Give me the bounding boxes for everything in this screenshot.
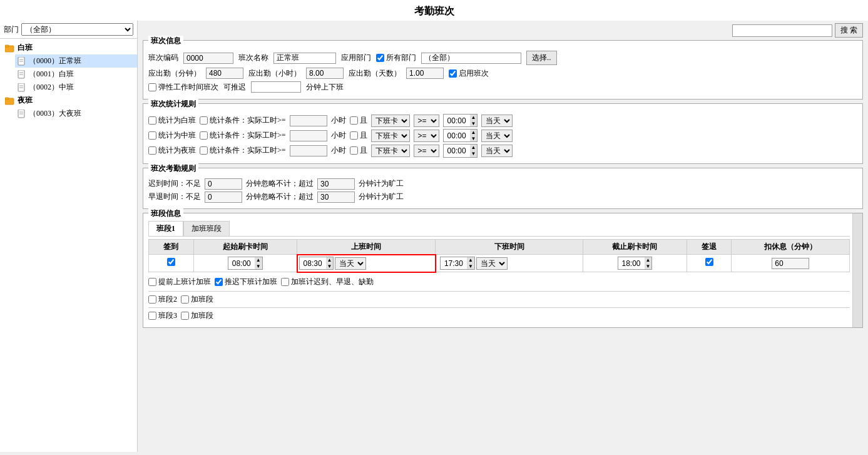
time-up[interactable]: ▲ [255,257,262,263]
time-up-btn[interactable]: ▲ [470,115,477,121]
col-work-end: 下班时间 [436,239,583,255]
tree-group-night-header[interactable]: 夜班 [3,94,137,107]
tree-group-day-header[interactable]: 白班 [3,41,137,54]
svg-rect-2 [18,57,24,65]
time-down[interactable]: ▼ [645,263,652,270]
att-row2-val2[interactable] [317,192,355,203]
delay-input[interactable] [251,81,301,93]
stats-row1-time[interactable]: ▲ ▼ [443,114,478,127]
stats-row1-time-input[interactable] [444,116,470,126]
rest-input[interactable] [772,258,809,269]
tab-band-overtime[interactable]: 加班班段 [183,221,230,236]
tree-item-0002[interactable]: （0002）中班 [15,81,137,94]
stats-row1-sel3[interactable]: 当天 [481,115,513,127]
search-button[interactable]: 搜 索 [835,23,863,38]
stats-row2-val[interactable] [290,130,327,141]
stats-row3-sel3[interactable]: 当天 [481,145,513,157]
stats-row1-val[interactable] [290,115,327,126]
time-down-btn[interactable]: ▼ [470,121,477,127]
dept-label: 部门 [4,24,19,35]
signout-check[interactable] [705,258,713,266]
stats-row1-sel2[interactable]: >= [414,115,439,127]
stats-row2-time[interactable]: ▲ ▼ [443,129,478,142]
att-row1-val2[interactable] [317,178,355,190]
work-end-input[interactable] [441,258,467,268]
time-down-btn[interactable]: ▼ [470,136,477,142]
stats-rules-title: 班次统计规则 [148,99,198,110]
att-row2-val1[interactable] [205,192,242,203]
svg-rect-12 [5,98,9,100]
end-swipe-input[interactable] [618,258,645,268]
start-swipe-spin[interactable]: ▲ ▼ [228,257,263,270]
stats-row-3: 统计为夜班 统计条件：实际工时>= 小时 且 下班卡 >= ▲ ▼ 当天 [148,144,857,157]
tree-item-label-0003: （0003）大夜班 [29,108,81,119]
time-up[interactable]: ▲ [326,257,334,263]
tree-items-night: （0003）大夜班 [15,107,137,120]
tree-group-night-label: 夜班 [18,95,33,106]
work-start-day-select[interactable]: 当天 [335,257,366,270]
band2-row: 班段2 加班段 [148,291,850,305]
tab-band1[interactable]: 班段1 [148,221,183,236]
stats-row3-sel2[interactable]: >= [414,145,439,157]
stats-rules-section: 班次统计规则 统计为白班 统计条件：实际工时>= 小时 且 下班卡 >= ▲ [143,103,863,164]
end-swipe-spin[interactable]: ▲ ▼ [618,257,653,270]
dept-label: 应用部门 [341,53,371,63]
all-dept-check[interactable]: 所有部门 [376,53,416,63]
attend-hour-input[interactable] [306,68,344,79]
time-down[interactable]: ▼ [255,263,262,270]
col-rest: 扣休息（分钟） [732,239,850,255]
attend-day-input[interactable] [406,68,444,79]
signin-check[interactable] [167,258,175,266]
band-tabs: 班段1 加班班段 [148,221,850,237]
att-row1-val1[interactable] [205,178,242,190]
band-info-section: 班段信息 班段1 加班班段 签到 起始刷卡时间 上班时间 下班时间 截止刷卡时间… [143,213,863,328]
tree-item-0001[interactable]: （0001）白班 [15,68,137,81]
work-start-input[interactable] [300,258,326,268]
shift-name-input[interactable] [273,53,336,64]
shift-info-row1: 班次编码 班次名称 应用部门 所有部门 选择.. [148,51,857,65]
stats-row2-sel1[interactable]: 下班卡 [371,130,410,142]
tree-item-0003[interactable]: （0003）大夜班 [15,107,137,120]
tree-group-night: 夜班 （0003）大夜班 [3,94,137,120]
select-dept-button[interactable]: 选择.. [526,51,557,65]
time-up-btn[interactable]: ▲ [470,130,477,136]
shift-info-row3: 弹性工作时间班次 可推迟 分钟上下班 [148,81,857,93]
code-label: 班次编码 [148,53,178,63]
attend-hour-label: 应出勤（小时） [248,68,301,79]
work-end-spin[interactable]: ▲ ▼ [440,257,475,270]
stats-row3-val[interactable] [290,145,327,156]
stats-row2-time-input[interactable] [444,131,470,141]
work-end-day-select[interactable]: 当天 [476,257,508,270]
start-swipe-input[interactable] [228,258,255,268]
col-signin: 签到 [149,239,194,255]
att-row-1: 迟到时间：不足 分钟忽略不计；超过 分钟计为旷工 [148,178,857,190]
time-down-btn[interactable]: ▼ [470,151,477,157]
time-down[interactable]: ▼ [467,263,474,270]
shift-code-input[interactable] [183,53,233,64]
col-start-swipe: 起始刷卡时间 [193,239,297,255]
stats-row2-sel3[interactable]: 当天 [481,130,513,142]
band3-row: 班段3 加班段 [148,307,850,321]
enable-shift-check[interactable]: 启用班次 [449,68,489,79]
search-input[interactable] [732,24,832,37]
stats-row1-sel1[interactable]: 下班卡 [371,115,410,127]
attend-min-input[interactable] [206,68,243,79]
col-end-swipe: 截止刷卡时间 [583,239,687,255]
flexible-check[interactable]: 弹性工作时间班次 [148,82,218,93]
stats-row3-time-input[interactable] [444,146,470,156]
stats-row-1: 统计为白班 统计条件：实际工时>= 小时 且 下班卡 >= ▲ ▼ 当天 [148,114,857,127]
stats-row3-sel1[interactable]: 下班卡 [371,145,410,157]
content-area: 搜 索 班次信息 班次编码 班次名称 应用部门 所有部门 选择.. 应出勤（分钟… [138,21,868,452]
tree-item-label-0000: （0000）正常班 [29,56,81,66]
time-up[interactable]: ▲ [467,257,474,263]
time-up[interactable]: ▲ [645,257,652,263]
dept-value-input[interactable] [421,53,521,64]
time-up-btn[interactable]: ▲ [470,145,477,151]
scrollbar[interactable] [852,213,862,327]
tree-item-0000[interactable]: （0000）正常班 [15,54,137,68]
stats-row3-time[interactable]: ▲ ▼ [443,144,478,157]
stats-row2-sel2[interactable]: >= [414,130,439,142]
dept-select[interactable]: （全部） [21,23,133,36]
work-start-spin[interactable]: ▲ ▼ [299,257,334,270]
time-down[interactable]: ▼ [326,263,334,270]
